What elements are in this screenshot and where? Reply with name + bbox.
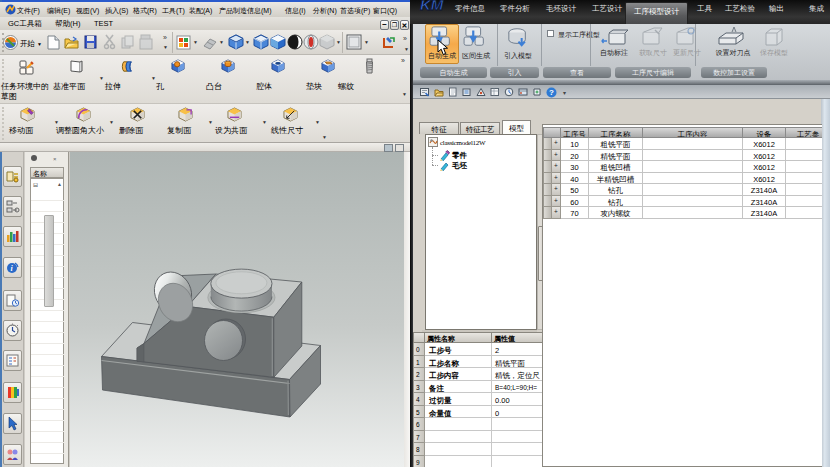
svg-text:?: ? (549, 88, 554, 97)
svg-text:KM: KM (420, 0, 444, 13)
